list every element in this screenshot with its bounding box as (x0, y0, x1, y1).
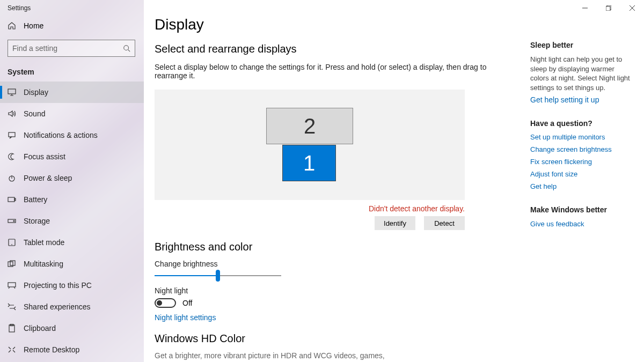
sidebar-item-notifications[interactable]: Notifications & actions (0, 124, 144, 146)
feedback-block: Make Windows better Give us feedback (530, 205, 632, 228)
multitasking-icon (8, 260, 16, 268)
close-button[interactable] (620, 0, 644, 16)
page-title: Display (155, 16, 519, 33)
slider-thumb[interactable] (216, 270, 220, 282)
slider-fill (155, 275, 218, 276)
sidebar-item-clipboard[interactable]: Clipboard (0, 317, 144, 339)
svg-rect-5 (14, 198, 16, 201)
toggle-state-label: Off (182, 299, 192, 307)
hd-color-desc: Get a brighter, more vibrant picture in … (155, 351, 519, 360)
sidebar-item-shared-experiences[interactable]: Shared experiences (0, 296, 144, 317)
arrange-heading: Select and rearrange displays (155, 43, 519, 55)
sleep-better-text: Night light can help you get to sleep by… (530, 55, 632, 92)
sidebar-item-remote-desktop[interactable]: Remote Desktop (0, 339, 144, 360)
feedback-heading: Make Windows better (530, 205, 632, 214)
sleep-better-block: Sleep better Night light can help you ge… (530, 41, 632, 104)
sleep-better-heading: Sleep better (530, 41, 632, 49)
focus-assist-icon (8, 152, 16, 161)
clipboard-icon (8, 324, 16, 333)
brightness-heading: Brightness and color (155, 241, 519, 253)
monitor-2[interactable]: 2 (266, 108, 353, 144)
battery-icon (8, 195, 16, 204)
home-label: Home (24, 21, 43, 30)
sidebar-item-label: Notifications & actions (24, 131, 98, 139)
svg-rect-1 (8, 89, 16, 94)
sidebar-item-label: Tablet mode (24, 238, 64, 247)
minimize-button[interactable] (573, 0, 597, 16)
svg-point-0 (124, 46, 129, 50)
storage-icon (8, 217, 16, 225)
sidebar-item-label: Shared experiences (24, 302, 91, 311)
link-get-help[interactable]: Get help (530, 182, 632, 190)
sidebar-item-display[interactable]: Display (0, 82, 144, 103)
svg-point-7 (13, 220, 14, 221)
arrange-buttons: Identify Detect (155, 216, 465, 230)
search-input[interactable] (12, 44, 123, 53)
search-box[interactable] (8, 40, 135, 57)
night-light-label: Night light (155, 286, 519, 295)
link-font-size[interactable]: Adjust font size (530, 170, 632, 178)
sidebar-item-power-sleep[interactable]: Power & sleep (0, 167, 144, 189)
sidebar-item-label: Focus assist (24, 152, 65, 161)
brightness-slider[interactable] (155, 270, 281, 281)
maximize-button[interactable] (597, 0, 620, 16)
nav-list: Display Sound Notifications & actions Fo… (0, 82, 144, 360)
link-screen-flickering[interactable]: Fix screen flickering (530, 158, 632, 166)
night-light-settings-link[interactable]: Night light settings (155, 313, 519, 322)
feedback-link[interactable]: Give us feedback (530, 220, 584, 228)
sidebar-item-multitasking[interactable]: Multitasking (0, 253, 144, 275)
question-block: Have a question? Set up multiple monitor… (530, 119, 632, 190)
sound-icon (8, 109, 16, 118)
night-light-toggle-row: Off (155, 298, 519, 308)
search-icon (123, 45, 130, 52)
right-panel: Sleep better Night light can help you ge… (519, 0, 638, 362)
sidebar-item-label: Storage (24, 217, 50, 225)
svg-rect-2 (9, 132, 15, 137)
home-icon (8, 21, 16, 30)
sidebar-item-label: Power & sleep (24, 174, 72, 182)
sidebar-item-label: Remote Desktop (24, 345, 79, 354)
arrange-desc: Select a display below to change the set… (155, 63, 519, 80)
night-light-toggle[interactable] (155, 298, 176, 308)
sidebar-item-sound[interactable]: Sound (0, 103, 144, 124)
question-heading: Have a question? (530, 119, 632, 128)
sidebar-item-label: Sound (24, 109, 45, 118)
sidebar-item-tablet-mode[interactable]: Tablet mode (0, 232, 144, 253)
hd-color-heading: Windows HD Color (155, 333, 519, 345)
remote-desktop-icon (8, 345, 16, 354)
change-brightness-label: Change brightness (155, 260, 519, 268)
power-icon (8, 174, 16, 182)
titlebar-controls (573, 0, 644, 16)
sidebar-item-projecting[interactable]: Projecting to this PC (0, 275, 144, 296)
window-title: Settings (0, 0, 144, 12)
main: Display Select and rearrange displays Se… (144, 0, 644, 362)
display-arrange-canvas[interactable]: 2 1 (155, 90, 465, 200)
shared-icon (8, 302, 16, 311)
sidebar-item-label: Battery (24, 195, 47, 204)
detect-warning: Didn't detect another display. (155, 204, 465, 213)
notifications-icon (8, 131, 16, 139)
sidebar-item-focus-assist[interactable]: Focus assist (0, 146, 144, 167)
tablet-icon (8, 238, 16, 247)
search-row (0, 40, 144, 67)
home-button[interactable]: Home (0, 12, 144, 40)
toggle-knob (157, 300, 162, 306)
content: Display Select and rearrange displays Se… (144, 0, 519, 362)
display-icon (8, 88, 16, 97)
sidebar-item-label: Multitasking (24, 260, 63, 268)
sidebar-item-label: Clipboard (24, 324, 56, 333)
sidebar-item-label: Projecting to this PC (24, 281, 92, 290)
link-screen-brightness[interactable]: Change screen brightness (530, 145, 632, 153)
monitor-1[interactable]: 1 (282, 145, 336, 181)
sidebar-item-battery[interactable]: Battery (0, 189, 144, 210)
svg-rect-4 (8, 197, 14, 202)
sidebar-item-label: Display (24, 88, 48, 97)
identify-button[interactable]: Identify (375, 216, 415, 230)
sidebar-item-storage[interactable]: Storage (0, 210, 144, 232)
link-multiple-monitors[interactable]: Set up multiple monitors (530, 133, 632, 141)
sidebar: Settings Home System Display Sound (0, 0, 144, 362)
svg-rect-11 (8, 283, 16, 287)
detect-button[interactable]: Detect (424, 216, 465, 230)
sleep-better-link[interactable]: Get help setting it up (530, 95, 632, 104)
section-label: System (0, 67, 144, 82)
